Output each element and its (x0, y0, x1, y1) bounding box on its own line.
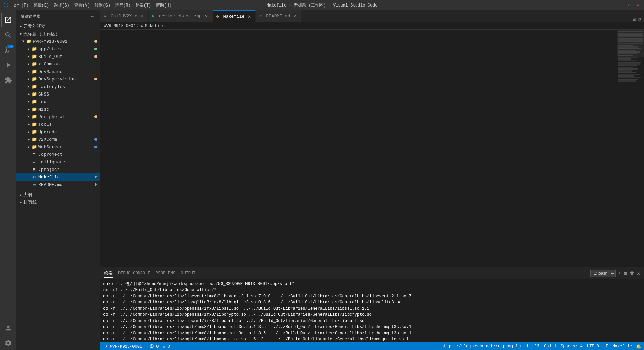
breadcrumb-file[interactable]: ⚙ Makefile (141, 23, 165, 28)
notification-icon[interactable]: 🔔 (636, 344, 641, 349)
menu-go[interactable]: 转到(G) (94, 2, 110, 8)
tab-close-icon[interactable]: ✕ (139, 14, 145, 19)
run-icon[interactable] (1, 58, 15, 72)
remote-indicator[interactable]: ⚡ WVR-M913-0001 (103, 344, 144, 349)
line-ending[interactable]: LF (603, 344, 608, 349)
folder-devmanage[interactable]: ▶ 📁 DevManage (16, 68, 100, 75)
folder-upgrade[interactable]: ▶ 📁 Upgrade (16, 128, 100, 136)
problems-tab[interactable]: PROBLEMS (156, 270, 176, 277)
folder-devsupervision[interactable]: ▶ 📁 DevSupervision (16, 75, 100, 83)
folder-build-out[interactable]: ▶ 📁 Build_Out (16, 53, 100, 60)
folder-wvr[interactable]: ▼ 📁 WVR-M913-0001 (16, 38, 100, 45)
source-control-icon[interactable]: 57 (1, 43, 15, 57)
code-content[interactable] (117, 30, 617, 267)
file-icon: ≡ (31, 159, 37, 165)
status-link[interactable]: https://blog.csdn.net/ruipeng_liu (441, 344, 523, 349)
code-editor[interactable] (100, 30, 617, 267)
folder-misc[interactable]: ▶ 📁 Misc (16, 105, 100, 113)
spaces[interactable]: Spaces: 4 (560, 344, 583, 349)
file-project[interactable]: ≡ .project (16, 166, 100, 173)
new-terminal-icon[interactable]: + (618, 271, 621, 276)
folder-v2xcomm[interactable]: ▶ 📁 V2XComm (16, 136, 100, 143)
window-title: Makefile - 无标题 (工作区) - Visual Studio Cod… (266, 2, 377, 8)
file-makefile[interactable]: ⚙ Makefile M (16, 173, 100, 181)
menu-help[interactable]: 帮助(H) (156, 2, 172, 8)
tab-makefile[interactable]: ⚙ Makefile ✕ (213, 10, 256, 22)
blog-link[interactable]: https://blog.csdn.net/ruipeng_liu (441, 344, 523, 349)
file-label: README.md (38, 182, 93, 187)
terminal-panel: 终端 DEBUG CONSOLE PROBLEMS OUTPUT 1: bash… (100, 267, 644, 342)
folder-peripheral[interactable]: ▶ 📁 Peripheral (16, 113, 100, 121)
menu-select[interactable]: 选择(S) (54, 2, 70, 8)
trash-terminal-icon[interactable]: 🗑 (630, 271, 634, 276)
tab-label: README.md (266, 14, 290, 19)
section-workspace[interactable]: ▼ 无标题 (工作区) (16, 30, 100, 38)
folder-tools[interactable]: ▶ 📁 Tools (16, 121, 100, 128)
debug-console-tab[interactable]: DEBUG CONSOLE (118, 270, 150, 277)
tab-close-icon[interactable]: ✕ (292, 14, 298, 19)
settings-icon[interactable] (1, 336, 15, 350)
menu-terminal[interactable]: 终端(T) (136, 2, 151, 8)
source-control-badge: 57 (7, 45, 14, 48)
tab-device-check[interactable]: C device_check.cpp ✕ (149, 10, 213, 22)
terminal-line: cp -r ../../Common/Libraries/lib/openssl… (103, 305, 641, 312)
section-kaifa[interactable]: ▶ 开发的驱动 (16, 23, 100, 30)
search-icon[interactable] (1, 28, 15, 42)
folder-label: DevManage (38, 69, 97, 74)
menu-file[interactable]: 文件(F) (13, 2, 29, 8)
section-outline[interactable]: ▶ 大纲 (16, 191, 100, 199)
terminal-tab[interactable]: 终端 (104, 269, 113, 278)
arrow-icon: ▶ (26, 84, 31, 89)
split-terminal-icon[interactable]: ⊟ (624, 271, 627, 276)
folder-label: Build_Out (38, 54, 93, 59)
folder-gnss[interactable]: ▶ 📁 GNSS (16, 90, 100, 98)
folder-label: WebServer (38, 145, 93, 150)
editor-layout-icon[interactable]: ⊟ (633, 16, 636, 22)
close-button[interactable]: ✕ (635, 2, 641, 8)
folder-label: GNSS (38, 92, 97, 97)
tab-childv2x[interactable]: C ChildV2X.c ✕ (100, 10, 149, 22)
folder-common[interactable]: ▶ 📁 > Common (16, 60, 100, 68)
output-tab[interactable]: OUTPUT (181, 270, 195, 277)
file-gitignore[interactable]: ≡ .gitignore (16, 158, 100, 166)
file-cproject[interactable]: ≡ .cproject (16, 151, 100, 158)
section-timeline[interactable]: ▶ 封闭线 (16, 199, 100, 206)
tab-close-icon[interactable]: ✕ (204, 14, 209, 19)
folder-label: Led (38, 99, 97, 104)
tab-readme[interactable]: M README.md ✕ (256, 10, 301, 22)
file-tree: ▶ 开发的驱动 ▼ 无标题 (工作区) ▼ 📁 WVR-M913-0001 ▶ … (16, 23, 100, 350)
error-count[interactable]: ⓵ 0 (150, 344, 159, 349)
menu-edit[interactable]: 编辑(E) (34, 2, 49, 8)
folder-icon: 📁 (31, 46, 37, 52)
explorer-icon[interactable] (1, 13, 15, 27)
tab-close-icon[interactable]: ✕ (247, 14, 252, 19)
breadcrumb-root[interactable]: WVR-M913-0001 (104, 24, 136, 28)
terminal-content[interactable]: make[2]: 进入目录"/home/wanji/workspace/proj… (100, 279, 644, 342)
language-mode[interactable]: Makefile (612, 344, 632, 349)
menu-bar: ⬡ 文件(F) 编辑(E) 选择(S) 查看(V) 转到(G) 运行(R) 终端… (3, 2, 172, 9)
sidebar-title: 资源管理器 (21, 14, 40, 19)
file-icon: ≡ (31, 167, 37, 172)
folder-label: FactoryTest (38, 84, 97, 89)
new-file-icon[interactable]: ⋯ (89, 13, 96, 20)
encoding[interactable]: UTF-8 (587, 344, 599, 349)
menu-run[interactable]: 运行(R) (115, 2, 131, 8)
file-readme[interactable]: ☰ README.md M (16, 181, 100, 188)
close-panel-icon[interactable]: ✕ (637, 271, 640, 276)
menu-view[interactable]: 查看(V) (74, 2, 90, 8)
extensions-icon[interactable] (1, 73, 15, 87)
folder-led[interactable]: ▶ 📁 Led (16, 98, 100, 105)
folder-app-start[interactable]: ▶ 📁 app/start (16, 45, 100, 53)
folder-factorytest[interactable]: ▶ 📁 FactoryTest (16, 83, 100, 90)
folder-webserver[interactable]: ▶ 📁 WebServer (16, 143, 100, 151)
editor-split-icon[interactable]: ⧉ (638, 17, 641, 22)
warning-count[interactable]: ⚠ 0 (163, 344, 170, 349)
minimize-button[interactable]: — (619, 2, 624, 8)
makefile-tab-icon: ⚙ (216, 14, 221, 19)
cursor-position[interactable]: Ln 23, Col 1 (527, 344, 556, 349)
folder-label: app/start (38, 47, 93, 52)
account-icon[interactable] (1, 321, 15, 335)
folder-label: DevSupervision (38, 77, 93, 82)
maximize-button[interactable]: □ (627, 2, 632, 8)
terminal-select[interactable]: 1: bash (590, 270, 616, 277)
